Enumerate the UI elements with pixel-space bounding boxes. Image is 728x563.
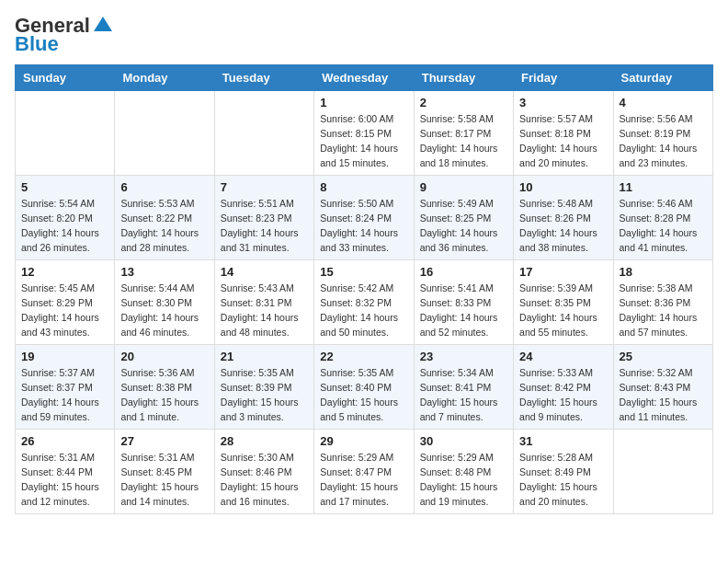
calendar-cell: 21Sunrise: 5:35 AM Sunset: 8:39 PM Dayli… [214, 345, 313, 430]
day-number: 21 [221, 350, 308, 363]
day-info: Sunrise: 5:33 AM Sunset: 8:42 PM Dayligh… [519, 366, 607, 424]
day-number: 29 [320, 434, 407, 448]
day-number: 20 [120, 350, 208, 363]
day-info: Sunrise: 5:53 AM Sunset: 8:22 PM Dayligh… [120, 197, 208, 255]
day-number: 6 [120, 180, 208, 194]
logo: General Blue [15, 15, 112, 55]
svg-marker-0 [94, 17, 112, 31]
day-info: Sunrise: 5:39 AM Sunset: 8:35 PM Dayligh… [519, 282, 607, 339]
day-number: 28 [221, 434, 308, 448]
calendar-cell: 29Sunrise: 5:29 AM Sunset: 8:47 PM Dayli… [314, 430, 414, 514]
calendar-cell [613, 430, 712, 514]
day-number: 23 [420, 350, 507, 363]
calendar-cell: 13Sunrise: 5:44 AM Sunset: 8:30 PM Dayli… [115, 260, 214, 345]
calendar-cell: 5Sunrise: 5:54 AM Sunset: 8:20 PM Daylig… [16, 176, 115, 260]
day-info: Sunrise: 5:46 AM Sunset: 8:28 PM Dayligh… [620, 197, 707, 255]
day-number: 9 [420, 180, 507, 194]
calendar-cell [16, 91, 115, 176]
day-info: Sunrise: 5:44 AM Sunset: 8:30 PM Dayligh… [120, 282, 208, 339]
calendar-cell: 31Sunrise: 5:28 AM Sunset: 8:49 PM Dayli… [514, 430, 613, 514]
header: General Blue [15, 15, 713, 55]
day-number: 12 [21, 265, 108, 279]
day-number: 7 [221, 180, 308, 194]
calendar-cell: 14Sunrise: 5:43 AM Sunset: 8:31 PM Dayli… [214, 260, 313, 345]
day-of-week-header: Tuesday [214, 65, 313, 91]
calendar-cell [115, 91, 214, 176]
logo-blue: Blue [15, 33, 59, 55]
day-number: 3 [519, 96, 607, 109]
calendar-week-row: 19Sunrise: 5:37 AM Sunset: 8:37 PM Dayli… [16, 345, 713, 430]
calendar-cell: 20Sunrise: 5:36 AM Sunset: 8:38 PM Dayli… [115, 345, 214, 430]
day-info: Sunrise: 5:32 AM Sunset: 8:43 PM Dayligh… [620, 366, 707, 424]
day-number: 22 [320, 350, 407, 363]
day-of-week-header: Friday [514, 65, 613, 91]
day-info: Sunrise: 5:31 AM Sunset: 8:44 PM Dayligh… [21, 451, 108, 509]
calendar-cell: 6Sunrise: 5:53 AM Sunset: 8:22 PM Daylig… [115, 176, 214, 260]
calendar-cell: 19Sunrise: 5:37 AM Sunset: 8:37 PM Dayli… [16, 345, 115, 430]
day-number: 11 [620, 180, 707, 194]
day-number: 13 [120, 265, 208, 279]
calendar-cell: 2Sunrise: 5:58 AM Sunset: 8:17 PM Daylig… [414, 91, 513, 176]
calendar-cell: 12Sunrise: 5:45 AM Sunset: 8:29 PM Dayli… [16, 260, 115, 345]
day-number: 5 [21, 180, 108, 194]
day-of-week-header: Monday [115, 65, 214, 91]
day-info: Sunrise: 5:34 AM Sunset: 8:41 PM Dayligh… [420, 366, 507, 424]
day-info: Sunrise: 5:51 AM Sunset: 8:23 PM Dayligh… [221, 197, 308, 255]
calendar-cell: 24Sunrise: 5:33 AM Sunset: 8:42 PM Dayli… [514, 345, 613, 430]
day-number: 30 [420, 434, 507, 448]
calendar-cell: 30Sunrise: 5:29 AM Sunset: 8:48 PM Dayli… [414, 430, 513, 514]
day-number: 16 [420, 265, 507, 279]
calendar-cell: 4Sunrise: 5:56 AM Sunset: 8:19 PM Daylig… [613, 91, 712, 176]
day-info: Sunrise: 5:58 AM Sunset: 8:17 PM Dayligh… [420, 112, 507, 170]
calendar-table: SundayMondayTuesdayWednesdayThursdayFrid… [15, 64, 713, 514]
day-info: Sunrise: 5:35 AM Sunset: 8:40 PM Dayligh… [320, 366, 407, 424]
logo-arrow-icon [92, 15, 112, 35]
day-info: Sunrise: 5:35 AM Sunset: 8:39 PM Dayligh… [221, 366, 308, 424]
day-info: Sunrise: 5:45 AM Sunset: 8:29 PM Dayligh… [21, 282, 108, 339]
calendar-cell: 26Sunrise: 5:31 AM Sunset: 8:44 PM Dayli… [16, 430, 115, 514]
calendar-cell: 28Sunrise: 5:30 AM Sunset: 8:46 PM Dayli… [214, 430, 313, 514]
day-info: Sunrise: 6:00 AM Sunset: 8:15 PM Dayligh… [320, 112, 407, 170]
calendar-week-row: 26Sunrise: 5:31 AM Sunset: 8:44 PM Dayli… [16, 430, 713, 514]
day-of-week-header: Sunday [16, 65, 115, 91]
day-number: 14 [221, 265, 308, 279]
day-of-week-header: Saturday [613, 65, 712, 91]
day-info: Sunrise: 5:48 AM Sunset: 8:26 PM Dayligh… [519, 197, 607, 255]
day-number: 4 [620, 96, 707, 109]
day-info: Sunrise: 5:29 AM Sunset: 8:47 PM Dayligh… [320, 451, 407, 509]
calendar-cell: 18Sunrise: 5:38 AM Sunset: 8:36 PM Dayli… [613, 260, 712, 345]
calendar-cell: 22Sunrise: 5:35 AM Sunset: 8:40 PM Dayli… [314, 345, 414, 430]
day-number: 25 [620, 350, 707, 363]
calendar-cell: 27Sunrise: 5:31 AM Sunset: 8:45 PM Dayli… [115, 430, 214, 514]
day-number: 2 [420, 96, 507, 109]
calendar-cell: 9Sunrise: 5:49 AM Sunset: 8:25 PM Daylig… [414, 176, 513, 260]
day-number: 27 [120, 434, 208, 448]
day-number: 31 [519, 434, 607, 448]
day-info: Sunrise: 5:38 AM Sunset: 8:36 PM Dayligh… [620, 282, 707, 339]
day-number: 8 [320, 180, 407, 194]
day-info: Sunrise: 5:49 AM Sunset: 8:25 PM Dayligh… [420, 197, 507, 255]
calendar-cell: 7Sunrise: 5:51 AM Sunset: 8:23 PM Daylig… [214, 176, 313, 260]
day-info: Sunrise: 5:43 AM Sunset: 8:31 PM Dayligh… [221, 282, 308, 339]
day-info: Sunrise: 5:57 AM Sunset: 8:18 PM Dayligh… [519, 112, 607, 170]
calendar-cell: 25Sunrise: 5:32 AM Sunset: 8:43 PM Dayli… [613, 345, 712, 430]
calendar-cell: 8Sunrise: 5:50 AM Sunset: 8:24 PM Daylig… [314, 176, 414, 260]
calendar-cell: 1Sunrise: 6:00 AM Sunset: 8:15 PM Daylig… [314, 91, 414, 176]
day-of-week-header: Thursday [414, 65, 513, 91]
calendar-cell: 17Sunrise: 5:39 AM Sunset: 8:35 PM Dayli… [514, 260, 613, 345]
day-info: Sunrise: 5:31 AM Sunset: 8:45 PM Dayligh… [120, 451, 208, 509]
day-info: Sunrise: 5:54 AM Sunset: 8:20 PM Dayligh… [21, 197, 108, 255]
day-number: 26 [21, 434, 108, 448]
calendar-header: SundayMondayTuesdayWednesdayThursdayFrid… [16, 65, 713, 91]
calendar-cell: 11Sunrise: 5:46 AM Sunset: 8:28 PM Dayli… [613, 176, 712, 260]
day-number: 19 [21, 350, 108, 363]
day-number: 24 [519, 350, 607, 363]
day-info: Sunrise: 5:29 AM Sunset: 8:48 PM Dayligh… [420, 451, 507, 509]
calendar-week-row: 1Sunrise: 6:00 AM Sunset: 8:15 PM Daylig… [16, 91, 713, 176]
calendar-cell: 3Sunrise: 5:57 AM Sunset: 8:18 PM Daylig… [514, 91, 613, 176]
day-info: Sunrise: 5:30 AM Sunset: 8:46 PM Dayligh… [221, 451, 308, 509]
calendar-cell: 23Sunrise: 5:34 AM Sunset: 8:41 PM Dayli… [414, 345, 513, 430]
day-number: 18 [620, 265, 707, 279]
calendar-cell: 16Sunrise: 5:41 AM Sunset: 8:33 PM Dayli… [414, 260, 513, 345]
day-info: Sunrise: 5:37 AM Sunset: 8:37 PM Dayligh… [21, 366, 108, 424]
